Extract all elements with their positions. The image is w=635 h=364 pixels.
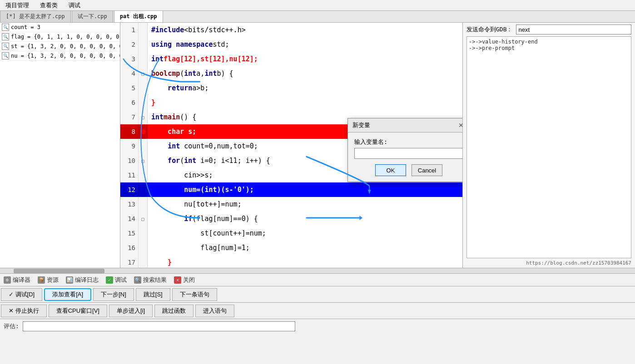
toolbar-resources-label: 资源	[47, 276, 59, 284]
button-row-2: ✕ 停止执行 查看CPU窗口[V] 单步进入[i] 跳过函数 进入语句	[0, 302, 635, 319]
gdb-label: 发送命令到GDB：	[466, 25, 512, 34]
toolbar-resources[interactable]: 📦 资源	[38, 276, 59, 284]
status-eval-input[interactable]	[23, 321, 295, 331]
search-icon: 🔍	[134, 276, 141, 284]
gdb-link: https://blog.csdn.net/zz15703984167	[466, 260, 631, 266]
main-area: 🔍 count = 3 🔍 flag = {0, 1, 1, 1, 0, 0, …	[0, 23, 635, 268]
new-variable-dialog: 新变量 ✕ 输入变量名: OK Cancel	[347, 118, 462, 182]
enter-statement-button[interactable]: 进入语句	[195, 305, 234, 317]
line-gutter-1	[139, 23, 148, 37]
line-gutter-6	[139, 95, 148, 110]
toolbar-debug[interactable]: ✓ 调试	[106, 276, 127, 284]
debug-button[interactable]: ✓ 调试[D]	[1, 288, 42, 301]
line-gutter-13	[139, 197, 148, 212]
var-item-2[interactable]: 🔍 st = {1, 3, 2, 0, 0, 0, 0, 0, 0, 0,	[0, 42, 120, 51]
toolbar-compiler[interactable]: ⚙ 编译器	[4, 276, 30, 284]
dialog-ok-button[interactable]: OK	[375, 164, 406, 176]
line-gutter-7: □	[139, 110, 148, 124]
line-gutter-5	[139, 81, 148, 95]
dialog-close-button[interactable]: ✕	[457, 121, 462, 129]
gdb-command-row: 发送命令到GDB：	[466, 25, 631, 34]
line-code-17: }	[148, 255, 462, 268]
code-line-6: 6 }	[120, 95, 462, 110]
code-line-4: 4 □ bool cmp(int a,int b) {	[120, 66, 462, 81]
gdb-output-line-1: ->->value-history-end	[469, 39, 629, 45]
dialog-field-label: 输入变量名:	[354, 138, 462, 146]
gdb-panel: 发送命令到GDB： ->->value-history-end ->->pre-…	[462, 23, 635, 268]
code-line-13: 13 nu[tot++]=num;	[120, 197, 462, 212]
toolbar-compiler-label: 编译器	[13, 276, 30, 284]
stop-button[interactable]: ✕ 停止执行	[1, 305, 47, 317]
close-icon: ✕	[174, 276, 181, 284]
dialog-buttons: OK Cancel	[354, 164, 462, 176]
line-gutter-8	[139, 124, 148, 139]
line-num-10: 10	[120, 153, 139, 168]
line-num-14: 14	[120, 212, 139, 226]
next-step-button[interactable]: 下一步[N]	[93, 288, 134, 301]
line-gutter-12	[139, 182, 148, 197]
code-line-3: 3 int flag[12],st[12],nu[12];	[120, 52, 462, 66]
var-item-1[interactable]: 🔍 flag = {0, 1, 1, 1, 0, 0, 0, 0, 0, 0,	[0, 32, 120, 42]
menu-debug[interactable]: 调试	[65, 0, 84, 10]
line-num-12: 12	[120, 182, 139, 197]
toolbar-close[interactable]: ✕ 关闭	[174, 276, 195, 284]
var-item-0[interactable]: 🔍 count = 3	[0, 23, 120, 32]
var-icon-1: 🔍	[2, 33, 9, 40]
tab-1[interactable]: [*] 是不是太胖了.cpp	[0, 10, 71, 22]
bottom-toolbar: ⚙ 编译器 📦 资源 📊 编译日志 ✓ 调试 🔍 搜索结果 ✕ 关闭	[0, 273, 635, 286]
menu-bar: 项目管理 查看类 调试	[0, 0, 635, 11]
line-num-7: 7	[120, 110, 139, 124]
line-num-5: 5	[120, 81, 139, 95]
line-gutter-3	[139, 52, 148, 66]
compiler-icon: ⚙	[4, 276, 11, 284]
skip-button[interactable]: 跳过[S]	[136, 288, 170, 301]
cpu-view-button[interactable]: 查看CPU窗口[V]	[49, 305, 107, 317]
horizontal-scrollbar[interactable]	[0, 268, 635, 273]
status-bar: 评估:	[0, 319, 635, 333]
line-num-2: 2	[120, 37, 139, 52]
dialog-title: 新变量 ✕	[348, 118, 462, 133]
code-line-5: 5 return a>b;	[120, 81, 462, 95]
line-num-13: 13	[120, 197, 139, 212]
code-line-2: 2 using namespace std;	[120, 37, 462, 52]
var-icon-3: 🔍	[2, 52, 9, 59]
tab-2[interactable]: 试一下.cpp	[72, 10, 113, 22]
line-gutter-10: □	[139, 153, 148, 168]
code-line-15: 15 st[count++]=num;	[120, 226, 462, 241]
gdb-command-input[interactable]	[516, 25, 631, 34]
scrollbar-thumb[interactable]	[14, 269, 104, 273]
code-editor[interactable]: 1 #include<bits/stdc++.h> 2 using namesp…	[120, 23, 462, 268]
toolbar-search[interactable]: 🔍 搜索结果	[134, 276, 167, 284]
next-statement-button[interactable]: 下一条语句	[172, 288, 217, 301]
var-text-3: nu = {1, 3, 2, 0, 0, 0, 0, 0, 0, 0,	[11, 53, 120, 59]
line-num-4: 4	[120, 66, 139, 81]
code-line-16: 16 flag[num]=1;	[120, 241, 462, 255]
line-num-9: 9	[120, 139, 139, 153]
tab-3[interactable]: pat 出租.cpp	[114, 10, 163, 22]
resources-icon: 📦	[38, 276, 45, 284]
menu-view[interactable]: 查看类	[36, 0, 61, 10]
line-gutter-16	[139, 241, 148, 255]
tab-bar: [*] 是不是太胖了.cpp 试一下.cpp pat 出租.cpp	[0, 11, 635, 23]
toolbar-close-label: 关闭	[183, 276, 195, 284]
line-num-1: 1	[120, 23, 139, 37]
button-row-1: ✓ 调试[D] 添加查看[A] 下一步[N] 跳过[S] 下一条语句	[0, 286, 635, 302]
line-num-16: 16	[120, 241, 139, 255]
toolbar-debug-label: 调试	[115, 276, 127, 284]
var-item-3[interactable]: 🔍 nu = {1, 3, 2, 0, 0, 0, 0, 0, 0, 0,	[0, 51, 120, 61]
skip-function-button[interactable]: 跳过函数	[154, 305, 193, 317]
add-watch-button[interactable]: 添加查看[A]	[44, 288, 91, 301]
dialog-title-text: 新变量	[352, 121, 370, 129]
var-text-1: flag = {0, 1, 1, 1, 0, 0, 0, 0, 0, 0,	[11, 34, 120, 40]
dialog-variable-input[interactable]	[354, 148, 462, 159]
line-gutter-4: □	[139, 66, 148, 81]
var-text-2: st = {1, 3, 2, 0, 0, 0, 0, 0, 0, 0,	[11, 43, 120, 49]
dialog-cancel-button[interactable]: Cancel	[412, 164, 442, 176]
line-gutter-15	[139, 226, 148, 241]
step-into-button[interactable]: 单步进入[i]	[109, 305, 153, 317]
menu-project[interactable]: 项目管理	[2, 0, 33, 10]
line-gutter-17	[139, 255, 148, 268]
code-line-1: 1 #include<bits/stdc++.h>	[120, 23, 462, 37]
toolbar-build-log[interactable]: 📊 编译日志	[66, 276, 99, 284]
line-code-12: num=(int)(s-'0');	[148, 182, 462, 197]
